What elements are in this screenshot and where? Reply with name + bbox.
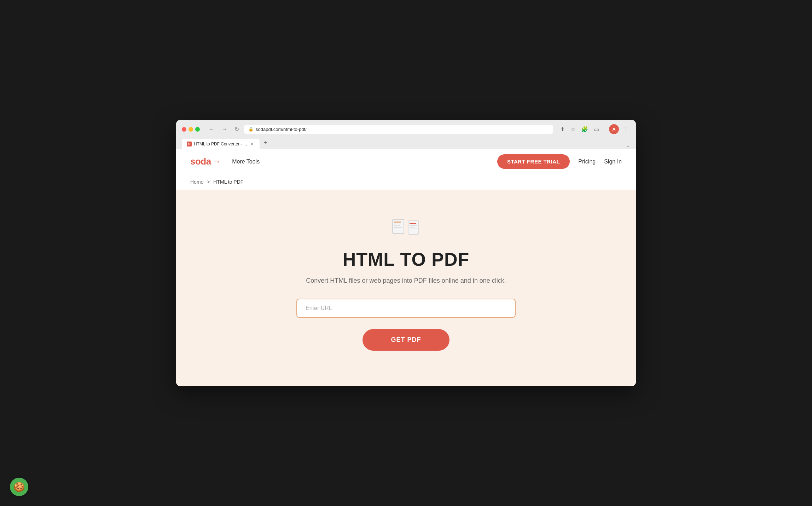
html-pdf-icon: →: [392, 218, 420, 243]
signin-button[interactable]: Sign In: [604, 159, 622, 165]
tab-chevron-button[interactable]: ⌄: [626, 142, 630, 148]
start-trial-button[interactable]: START FREE TRIAL: [497, 154, 570, 169]
tab-title: HTML to PDF Converter - Con...: [194, 142, 248, 146]
svg-rect-7: [410, 223, 416, 224]
maximize-traffic-light[interactable]: [195, 127, 200, 132]
traffic-lights: [182, 127, 200, 132]
hero-icon-group: →: [392, 218, 420, 243]
hero-subtitle: Convert HTML files or web pages into PDF…: [306, 277, 506, 284]
breadcrumb-separator: >: [207, 179, 210, 185]
site-logo[interactable]: soda→: [190, 156, 221, 167]
active-tab[interactable]: S HTML to PDF Converter - Con... ✕: [182, 139, 260, 149]
tab-close-button[interactable]: ✕: [250, 142, 255, 146]
svg-rect-10: [410, 229, 417, 229]
browser-chrome: ← → ↻ 🔒 sodapdf.com/html-to-pdf/ ⬆ ☆ 🧩 ▭…: [176, 120, 636, 149]
menu-button[interactable]: ⋮: [622, 124, 630, 134]
bookmark-button[interactable]: ☆: [569, 124, 577, 134]
browser-controls: ← → ↻ 🔒 sodapdf.com/html-to-pdf/ ⬆ ☆ 🧩 ▭…: [182, 124, 630, 134]
browser-user-avatar[interactable]: A: [609, 124, 619, 134]
svg-rect-8: [410, 225, 417, 226]
cookie-icon: 🍪: [13, 482, 25, 493]
lock-icon: 🔒: [248, 127, 254, 132]
hero-section: → HTML TO PDF Convert HTML files or web …: [176, 190, 636, 386]
browser-window: ← → ↻ 🔒 sodapdf.com/html-to-pdf/ ⬆ ☆ 🧩 ▭…: [176, 120, 636, 386]
new-tab-button[interactable]: +: [261, 138, 271, 148]
logo-arrow-icon: →: [212, 156, 221, 167]
reload-button[interactable]: ↻: [232, 125, 241, 133]
breadcrumb-home[interactable]: Home: [190, 179, 203, 185]
back-button[interactable]: ←: [207, 125, 217, 133]
pricing-button[interactable]: Pricing: [578, 159, 596, 165]
svg-rect-1: [394, 222, 401, 223]
svg-rect-9: [410, 227, 415, 228]
tab-favicon: S: [187, 142, 192, 146]
url-input-wrapper: [296, 299, 516, 318]
minimize-traffic-light[interactable]: [188, 127, 193, 132]
share-button[interactable]: ⬆: [559, 124, 566, 134]
cookie-consent-button[interactable]: 🍪: [10, 478, 28, 496]
sidebar-button[interactable]: ▭: [592, 124, 601, 134]
extensions-button[interactable]: 🧩: [580, 124, 590, 134]
breadcrumb-current: HTML to PDF: [213, 179, 243, 185]
svg-rect-2: [394, 224, 402, 224]
browser-actions: ⬆ ☆ 🧩 ▭ A ⋮: [559, 124, 630, 134]
url-text: sodapdf.com/html-to-pdf/: [256, 127, 307, 132]
tabs-bar: S HTML to PDF Converter - Con... ✕ + ⌄: [182, 138, 630, 149]
get-pdf-button[interactable]: GET PDF: [362, 329, 449, 351]
page-content: soda→ More Tools START FREE TRIAL Pricin…: [176, 149, 636, 386]
close-traffic-light[interactable]: [182, 127, 186, 132]
hero-title: HTML TO PDF: [343, 249, 470, 270]
url-input[interactable]: [296, 299, 516, 318]
breadcrumb: Home > HTML to PDF: [176, 174, 636, 190]
svg-rect-3: [394, 225, 400, 226]
more-tools-button[interactable]: More Tools: [232, 159, 260, 165]
logo-text: soda: [190, 156, 211, 167]
svg-rect-4: [394, 227, 402, 228]
site-navbar: soda→ More Tools START FREE TRIAL Pricin…: [176, 149, 636, 174]
forward-button[interactable]: →: [220, 125, 230, 133]
address-bar[interactable]: 🔒 sodapdf.com/html-to-pdf/: [244, 125, 553, 134]
